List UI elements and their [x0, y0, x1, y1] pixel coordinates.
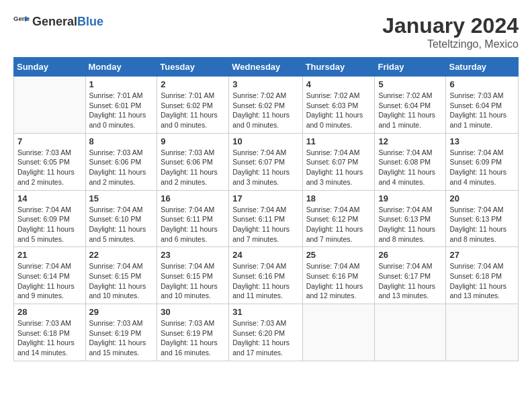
- day-number: 2: [161, 79, 225, 89]
- day-info: Sunrise: 7:04 AMSunset: 6:17 PMDaylight:…: [378, 261, 442, 301]
- day-number: 28: [17, 307, 82, 317]
- day-header-tuesday: Tuesday: [157, 58, 229, 77]
- day-info: Sunrise: 7:04 AMSunset: 6:16 PMDaylight:…: [306, 261, 371, 301]
- day-info: Sunrise: 7:04 AMSunset: 6:11 PMDaylight:…: [161, 205, 225, 244]
- calendar-cell: 9Sunrise: 7:03 AMSunset: 6:06 PMDaylight…: [157, 133, 229, 190]
- calendar-cell: 19Sunrise: 7:04 AMSunset: 6:13 PMDayligh…: [375, 190, 446, 247]
- day-number: 8: [89, 136, 154, 146]
- day-number: 10: [232, 136, 298, 146]
- week-row-5: 28Sunrise: 7:03 AMSunset: 6:18 PMDayligh…: [14, 304, 519, 361]
- calendar-cell: [375, 304, 446, 361]
- day-info: Sunrise: 7:02 AMSunset: 6:03 PMDaylight:…: [306, 91, 371, 130]
- day-info: Sunrise: 7:02 AMSunset: 6:02 PMDaylight:…: [232, 91, 298, 130]
- day-info: Sunrise: 7:03 AMSunset: 6:18 PMDaylight:…: [17, 318, 82, 358]
- day-number: 11: [306, 136, 371, 146]
- calendar-cell: 6Sunrise: 7:03 AMSunset: 6:04 PMDaylight…: [446, 77, 519, 134]
- calendar-cell: 18Sunrise: 7:04 AMSunset: 6:12 PMDayligh…: [302, 190, 375, 247]
- day-number: 18: [306, 193, 371, 203]
- calendar-cell: 8Sunrise: 7:03 AMSunset: 6:06 PMDaylight…: [85, 133, 157, 190]
- day-header-monday: Monday: [85, 58, 157, 77]
- day-info: Sunrise: 7:04 AMSunset: 6:11 PMDaylight:…: [232, 205, 298, 244]
- day-number: 5: [378, 79, 442, 89]
- day-header-friday: Friday: [375, 58, 446, 77]
- day-info: Sunrise: 7:04 AMSunset: 6:10 PMDaylight:…: [89, 205, 154, 244]
- calendar-cell: 16Sunrise: 7:04 AMSunset: 6:11 PMDayligh…: [157, 190, 229, 247]
- day-info: Sunrise: 7:04 AMSunset: 6:15 PMDaylight:…: [89, 261, 154, 301]
- day-info: Sunrise: 7:03 AMSunset: 6:19 PMDaylight:…: [161, 318, 225, 358]
- day-number: 30: [161, 307, 225, 317]
- logo-general: GeneralBlue: [32, 15, 103, 28]
- day-info: Sunrise: 7:01 AMSunset: 6:01 PMDaylight:…: [89, 91, 154, 130]
- day-header-wednesday: Wednesday: [229, 58, 302, 77]
- day-info: Sunrise: 7:04 AMSunset: 6:12 PMDaylight:…: [306, 205, 371, 244]
- calendar-cell: 1Sunrise: 7:01 AMSunset: 6:01 PMDaylight…: [85, 77, 157, 134]
- day-header-saturday: Saturday: [446, 58, 519, 77]
- calendar-cell: 22Sunrise: 7:04 AMSunset: 6:15 PMDayligh…: [85, 247, 157, 304]
- calendar-cell: 17Sunrise: 7:04 AMSunset: 6:11 PMDayligh…: [229, 190, 302, 247]
- week-row-3: 14Sunrise: 7:04 AMSunset: 6:09 PMDayligh…: [14, 190, 519, 247]
- day-info: Sunrise: 7:01 AMSunset: 6:02 PMDaylight:…: [161, 91, 225, 130]
- day-info: Sunrise: 7:04 AMSunset: 6:09 PMDaylight:…: [17, 205, 82, 244]
- calendar-cell: 30Sunrise: 7:03 AMSunset: 6:19 PMDayligh…: [157, 304, 229, 361]
- calendar-cell: 15Sunrise: 7:04 AMSunset: 6:10 PMDayligh…: [85, 190, 157, 247]
- calendar-cell: [302, 304, 375, 361]
- calendar-cell: 26Sunrise: 7:04 AMSunset: 6:17 PMDayligh…: [375, 247, 446, 304]
- calendar-subtitle: Teteltzingo, Mexico: [382, 38, 519, 50]
- day-info: Sunrise: 7:04 AMSunset: 6:08 PMDaylight:…: [378, 148, 442, 187]
- day-info: Sunrise: 7:04 AMSunset: 6:07 PMDaylight:…: [232, 148, 298, 187]
- calendar-cell: 13Sunrise: 7:04 AMSunset: 6:09 PMDayligh…: [446, 133, 519, 190]
- day-number: 23: [161, 250, 225, 260]
- calendar-cell: 28Sunrise: 7:03 AMSunset: 6:18 PMDayligh…: [14, 304, 86, 361]
- day-number: 1: [89, 79, 154, 89]
- calendar-cell: 14Sunrise: 7:04 AMSunset: 6:09 PMDayligh…: [14, 190, 86, 247]
- day-info: Sunrise: 7:04 AMSunset: 6:07 PMDaylight:…: [306, 148, 371, 187]
- day-number: 13: [449, 136, 515, 146]
- day-number: 31: [232, 307, 298, 317]
- day-number: 6: [449, 79, 515, 89]
- day-info: Sunrise: 7:02 AMSunset: 6:04 PMDaylight:…: [378, 91, 442, 130]
- day-number: 27: [449, 250, 515, 260]
- day-info: Sunrise: 7:03 AMSunset: 6:19 PMDaylight:…: [89, 318, 154, 358]
- week-row-2: 7Sunrise: 7:03 AMSunset: 6:05 PMDaylight…: [14, 133, 519, 190]
- day-number: 14: [17, 193, 82, 203]
- day-info: Sunrise: 7:03 AMSunset: 6:06 PMDaylight:…: [89, 148, 154, 187]
- day-info: Sunrise: 7:04 AMSunset: 6:14 PMDaylight:…: [17, 261, 82, 301]
- day-number: 26: [378, 250, 442, 260]
- day-number: 17: [232, 193, 298, 203]
- calendar-cell: 5Sunrise: 7:02 AMSunset: 6:04 PMDaylight…: [375, 77, 446, 134]
- week-row-1: 1Sunrise: 7:01 AMSunset: 6:01 PMDaylight…: [14, 77, 519, 134]
- day-info: Sunrise: 7:03 AMSunset: 6:05 PMDaylight:…: [17, 148, 82, 187]
- day-info: Sunrise: 7:04 AMSunset: 6:09 PMDaylight:…: [449, 148, 515, 187]
- calendar-cell: 23Sunrise: 7:04 AMSunset: 6:15 PMDayligh…: [157, 247, 229, 304]
- calendar-table: SundayMondayTuesdayWednesdayThursdayFrid…: [13, 57, 519, 361]
- day-info: Sunrise: 7:04 AMSunset: 6:13 PMDaylight:…: [449, 205, 515, 244]
- calendar-title: January 2024: [382, 13, 519, 38]
- calendar-cell: 20Sunrise: 7:04 AMSunset: 6:13 PMDayligh…: [446, 190, 519, 247]
- day-number: 29: [89, 307, 154, 317]
- day-info: Sunrise: 7:03 AMSunset: 6:04 PMDaylight:…: [449, 91, 515, 130]
- day-info: Sunrise: 7:04 AMSunset: 6:16 PMDaylight:…: [232, 261, 298, 301]
- day-number: 15: [89, 193, 154, 203]
- day-number: 19: [378, 193, 442, 203]
- day-number: 4: [306, 79, 371, 89]
- calendar-cell: 21Sunrise: 7:04 AMSunset: 6:14 PMDayligh…: [14, 247, 86, 304]
- calendar-cell: 2Sunrise: 7:01 AMSunset: 6:02 PMDaylight…: [157, 77, 229, 134]
- day-header-sunday: Sunday: [14, 58, 86, 77]
- calendar-cell: 3Sunrise: 7:02 AMSunset: 6:02 PMDaylight…: [229, 77, 302, 134]
- calendar-cell: 29Sunrise: 7:03 AMSunset: 6:19 PMDayligh…: [85, 304, 157, 361]
- day-header-thursday: Thursday: [302, 58, 375, 77]
- calendar-cell: 11Sunrise: 7:04 AMSunset: 6:07 PMDayligh…: [302, 133, 375, 190]
- day-info: Sunrise: 7:04 AMSunset: 6:18 PMDaylight:…: [449, 261, 515, 301]
- calendar-cell: 24Sunrise: 7:04 AMSunset: 6:16 PMDayligh…: [229, 247, 302, 304]
- day-info: Sunrise: 7:03 AMSunset: 6:20 PMDaylight:…: [232, 318, 298, 358]
- calendar-cell: 31Sunrise: 7:03 AMSunset: 6:20 PMDayligh…: [229, 304, 302, 361]
- day-number: 25: [306, 250, 371, 260]
- day-number: 12: [378, 136, 442, 146]
- day-info: Sunrise: 7:03 AMSunset: 6:06 PMDaylight:…: [161, 148, 225, 187]
- day-number: 22: [89, 250, 154, 260]
- week-row-4: 21Sunrise: 7:04 AMSunset: 6:14 PMDayligh…: [14, 247, 519, 304]
- calendar-cell: 25Sunrise: 7:04 AMSunset: 6:16 PMDayligh…: [302, 247, 375, 304]
- calendar-cell: 12Sunrise: 7:04 AMSunset: 6:08 PMDayligh…: [375, 133, 446, 190]
- calendar-cell: 27Sunrise: 7:04 AMSunset: 6:18 PMDayligh…: [446, 247, 519, 304]
- days-header-row: SundayMondayTuesdayWednesdayThursdayFrid…: [14, 58, 519, 77]
